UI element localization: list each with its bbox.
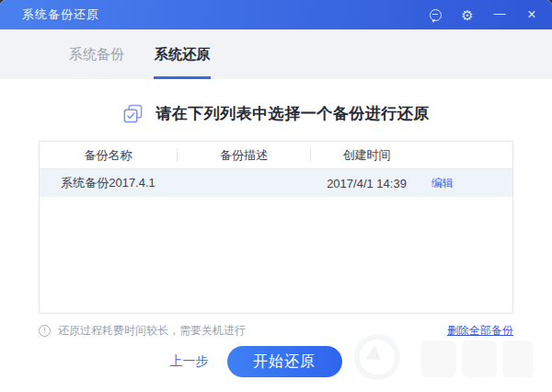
- tab-system-backup[interactable]: 系统备份: [69, 29, 124, 79]
- info-icon: !: [39, 325, 51, 337]
- table-empty-area: [40, 197, 512, 313]
- back-step-link[interactable]: 上一步: [170, 353, 209, 370]
- prompt-text: 请在下列列表中选择一个备份进行还原: [155, 103, 430, 124]
- titlebar-controls: ⚙ — ×: [428, 7, 539, 22]
- minimize-icon[interactable]: —: [492, 7, 507, 22]
- close-icon[interactable]: ×: [524, 7, 539, 22]
- backup-action-cell: 编辑: [422, 176, 512, 191]
- restore-prompt: 请在下列列表中选择一个备份进行还原: [0, 102, 552, 124]
- titlebar: 系统备份还原 ⚙ — ×: [0, 0, 552, 29]
- table-row[interactable]: 系统备份2017.4.1 2017/4/1 14:39 编辑: [40, 169, 512, 197]
- actions-row: 上一步 开始还原: [0, 346, 552, 377]
- active-tab-underline: [154, 76, 211, 79]
- column-header-description: 备份描述: [178, 147, 310, 164]
- tab-system-restore-label: 系统还原: [155, 46, 210, 63]
- backup-created-cell: 2017/4/1 14:39: [311, 177, 422, 190]
- window-title: 系统备份还原: [22, 6, 99, 23]
- notice-text: 还原过程耗费时间较长，需要关机进行: [58, 323, 246, 339]
- app-window: 系统备份还原 ⚙ — × 系统备份 系统还原 请在下列列表中选择一个备份进行还原…: [0, 0, 552, 392]
- column-header-name: 备份名称: [40, 147, 177, 164]
- edit-link[interactable]: 编辑: [431, 176, 454, 191]
- column-header-created: 创建时间: [311, 147, 422, 164]
- start-restore-button[interactable]: 开始还原: [227, 346, 342, 377]
- backup-table: 备份名称 备份描述 创建时间 系统备份2017.4.1 2017/4/1 14:…: [39, 141, 513, 314]
- footer-notice-row: ! 还原过程耗费时间较长，需要关机进行 删除全部备份: [39, 322, 513, 339]
- checkbox-stack-icon: [122, 103, 144, 124]
- delete-all-backups-link[interactable]: 删除全部备份: [447, 323, 513, 339]
- table-header: 备份名称 备份描述 创建时间: [40, 142, 512, 169]
- backup-name-cell: 系统备份2017.4.1: [40, 175, 177, 191]
- feedback-icon[interactable]: [428, 7, 443, 22]
- feedback-bubble-glyph: [430, 9, 442, 21]
- tab-system-restore[interactable]: 系统还原: [155, 29, 210, 79]
- tab-system-backup-label: 系统备份: [69, 46, 124, 63]
- tab-bar: 系统备份 系统还原: [0, 29, 552, 79]
- settings-gear-icon[interactable]: ⚙: [460, 7, 475, 22]
